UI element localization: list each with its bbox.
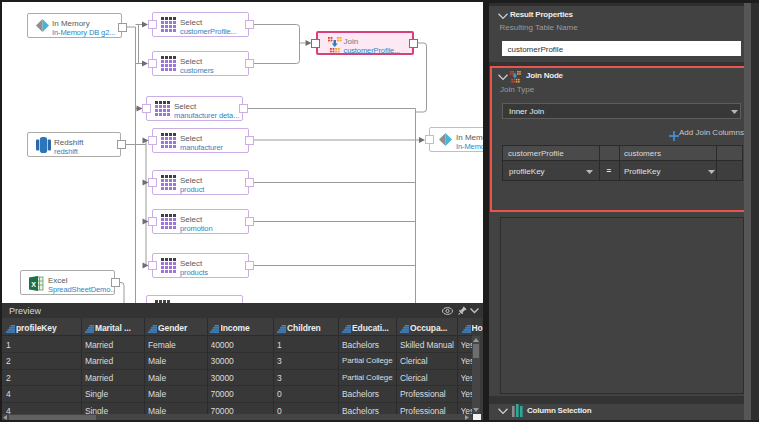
svg-text:X: X xyxy=(31,281,36,288)
